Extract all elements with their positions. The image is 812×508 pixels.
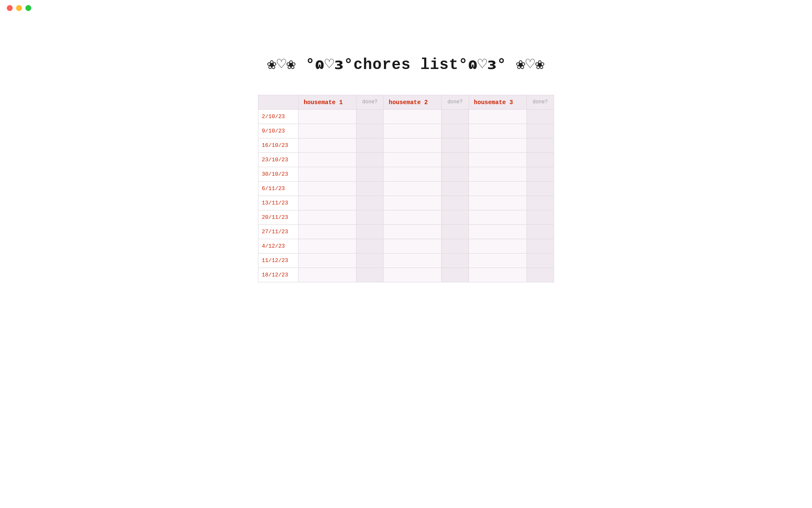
date-cell: 4/12/23	[258, 239, 299, 254]
done-cell-2[interactable]	[442, 153, 469, 167]
done-cell-3[interactable]	[527, 167, 554, 182]
done-cell-2[interactable]	[442, 124, 469, 138]
done-cell-3[interactable]	[527, 196, 554, 210]
task-cell-1[interactable]	[298, 254, 356, 268]
task-cell-3[interactable]	[469, 196, 527, 210]
done-cell-1[interactable]	[356, 196, 383, 210]
done-cell-1[interactable]	[356, 138, 383, 153]
table-row: 9/10/23	[258, 124, 554, 138]
housemate2-header: housemate 2	[384, 95, 442, 110]
date-cell: 13/11/23	[258, 196, 299, 210]
done-cell-3[interactable]	[527, 138, 554, 153]
date-cell: 2/10/23	[258, 110, 299, 124]
task-cell-2[interactable]	[384, 210, 442, 225]
done-cell-3[interactable]	[527, 124, 554, 138]
task-cell-1[interactable]	[298, 138, 356, 153]
task-cell-1[interactable]	[298, 196, 356, 210]
task-cell-1[interactable]	[298, 268, 356, 282]
task-cell-2[interactable]	[384, 268, 442, 282]
done-cell-2[interactable]	[442, 225, 469, 239]
done-cell-2[interactable]	[442, 138, 469, 153]
date-cell: 30/10/23	[258, 167, 299, 182]
done-cell-1[interactable]	[356, 239, 383, 254]
done-cell-2[interactable]	[442, 268, 469, 282]
task-cell-3[interactable]	[469, 225, 527, 239]
done-cell-2[interactable]	[442, 210, 469, 225]
task-cell-1[interactable]	[298, 225, 356, 239]
done-cell-2[interactable]	[442, 167, 469, 182]
done1-header: done?	[356, 95, 383, 110]
task-cell-2[interactable]	[384, 124, 442, 138]
close-button[interactable]	[7, 5, 13, 11]
task-cell-3[interactable]	[469, 138, 527, 153]
table-wrapper: housemate 1 done? housemate 2 done?	[258, 95, 554, 282]
table-row: 11/12/23	[258, 254, 554, 268]
done-cell-1[interactable]	[356, 225, 383, 239]
task-cell-1[interactable]	[298, 153, 356, 167]
task-cell-1[interactable]	[298, 239, 356, 254]
done-cell-3[interactable]	[527, 153, 554, 167]
task-cell-3[interactable]	[469, 210, 527, 225]
done-cell-3[interactable]	[527, 225, 554, 239]
table-row: 4/12/23	[258, 239, 554, 254]
task-cell-3[interactable]	[469, 182, 527, 196]
date-cell: 27/11/23	[258, 225, 299, 239]
done-cell-1[interactable]	[356, 254, 383, 268]
date-cell: 6/11/23	[258, 182, 299, 196]
table-row: 18/12/23	[258, 268, 554, 282]
task-cell-1[interactable]	[298, 182, 356, 196]
task-cell-2[interactable]	[384, 110, 442, 124]
task-cell-2[interactable]	[384, 196, 442, 210]
task-cell-2[interactable]	[384, 225, 442, 239]
task-cell-3[interactable]	[469, 167, 527, 182]
done-cell-1[interactable]	[356, 268, 383, 282]
done-cell-3[interactable]	[527, 268, 554, 282]
housemate1-header: housemate 1	[298, 95, 356, 110]
done-cell-1[interactable]	[356, 210, 383, 225]
minimize-button[interactable]	[16, 5, 22, 11]
task-cell-1[interactable]	[298, 167, 356, 182]
done-cell-3[interactable]	[527, 110, 554, 124]
task-cell-2[interactable]	[384, 138, 442, 153]
table-row: 2/10/23	[258, 110, 554, 124]
done-cell-3[interactable]	[527, 182, 554, 196]
done-cell-1[interactable]	[356, 182, 383, 196]
maximize-button[interactable]	[25, 5, 31, 11]
done-cell-3[interactable]	[527, 239, 554, 254]
done-cell-2[interactable]	[442, 239, 469, 254]
task-cell-1[interactable]	[298, 210, 356, 225]
done-cell-2[interactable]	[442, 182, 469, 196]
task-cell-2[interactable]	[384, 182, 442, 196]
done2-header: done?	[442, 95, 469, 110]
task-cell-3[interactable]	[469, 110, 527, 124]
task-cell-3[interactable]	[469, 254, 527, 268]
chores-table: housemate 1 done? housemate 2 done?	[258, 95, 554, 282]
done-cell-3[interactable]	[527, 254, 554, 268]
table-row: 13/11/23	[258, 196, 554, 210]
done-cell-2[interactable]	[442, 196, 469, 210]
done-cell-3[interactable]	[527, 210, 554, 225]
task-cell-3[interactable]	[469, 268, 527, 282]
task-cell-2[interactable]	[384, 167, 442, 182]
done-cell-2[interactable]	[442, 110, 469, 124]
task-cell-1[interactable]	[298, 124, 356, 138]
done-cell-1[interactable]	[356, 110, 383, 124]
task-cell-3[interactable]	[469, 153, 527, 167]
task-cell-3[interactable]	[469, 239, 527, 254]
table-row: 20/11/23	[258, 210, 554, 225]
task-cell-1[interactable]	[298, 110, 356, 124]
done-cell-2[interactable]	[442, 254, 469, 268]
task-cell-2[interactable]	[384, 239, 442, 254]
table-row: 6/11/23	[258, 182, 554, 196]
task-cell-2[interactable]	[384, 254, 442, 268]
task-cell-3[interactable]	[469, 124, 527, 138]
date-cell: 16/10/23	[258, 138, 299, 153]
done-cell-1[interactable]	[356, 167, 383, 182]
date-cell: 23/10/23	[258, 153, 299, 167]
done-cell-1[interactable]	[356, 124, 383, 138]
date-cell: 11/12/23	[258, 254, 299, 268]
date-cell: 9/10/23	[258, 124, 299, 138]
table-row: 30/10/23	[258, 167, 554, 182]
task-cell-2[interactable]	[384, 153, 442, 167]
done-cell-1[interactable]	[356, 153, 383, 167]
